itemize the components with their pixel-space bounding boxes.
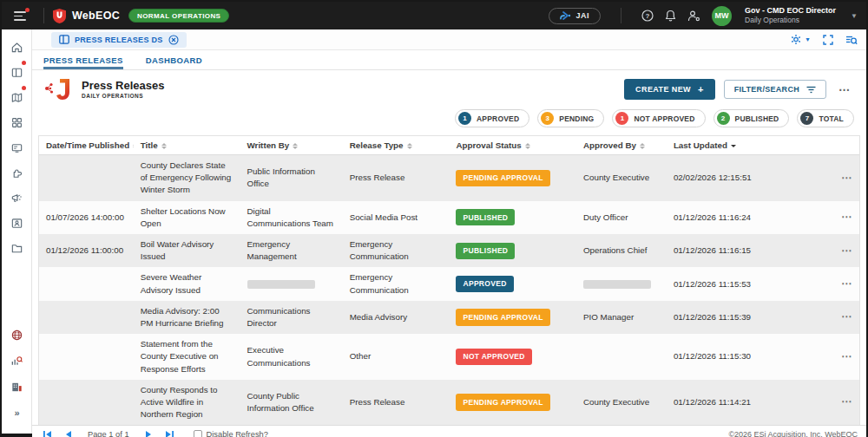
table-row[interactable]: County Responds to Active Wildfire in No…: [39, 380, 859, 426]
summary-badge-approved[interactable]: 1APPROVED: [455, 109, 529, 127]
sidebar-item-apps[interactable]: [7, 113, 26, 132]
menu-toggle-icon[interactable]: [14, 10, 30, 22]
sidebar-item-maps[interactable]: [7, 88, 26, 107]
summary-badge-total[interactable]: 7TOTAL: [797, 109, 854, 127]
sidebar-item-plugins[interactable]: [7, 163, 26, 182]
notifications-bell-icon[interactable]: [665, 10, 676, 22]
cell-approval-status: PUBLISHED: [449, 234, 575, 267]
user-settings-icon[interactable]: [687, 10, 700, 22]
page-title: Press Releases: [82, 80, 164, 93]
table-row[interactable]: 01/12/2026 11:00:00Boil Water Advisory I…: [39, 234, 859, 267]
row-more-button[interactable]: ⋯: [833, 395, 852, 409]
jai-button[interactable]: JAI: [549, 8, 602, 24]
redacted-value: [247, 280, 315, 289]
badge-count: 1: [615, 112, 628, 125]
sidebar-item-agency[interactable]: [7, 377, 26, 396]
user-avatar[interactable]: MW: [712, 6, 732, 26]
table-row[interactable]: 01/07/2026 14:00:00Shelter Locations Now…: [39, 201, 859, 234]
cell-last-updated: 02/02/2026 12:15:51: [667, 155, 826, 201]
table-row[interactable]: Statement from the County Executive on R…: [39, 334, 859, 380]
sidebar-item-broadcast[interactable]: [7, 188, 26, 207]
user-menu-caret-icon[interactable]: ▼: [851, 12, 858, 20]
cell-title: Boil Water Advisory Issued: [134, 234, 240, 267]
row-more-button[interactable]: ⋯: [833, 210, 852, 225]
row-more-button[interactable]: ⋯: [833, 171, 852, 186]
more-options-button[interactable]: ⋯: [835, 83, 854, 96]
cell-actions: ⋯: [826, 334, 859, 380]
cell-written-by: Public Information Office: [240, 155, 343, 201]
cell-actions: ⋯: [826, 380, 859, 426]
cell-date-published: 01/12/2026 11:00:00: [39, 234, 134, 267]
table-row[interactable]: Severe Weather Advisory IssuedEmergency …: [39, 267, 859, 300]
board-icon: [59, 35, 69, 44]
sidebar-item-report-analytics[interactable]: [7, 351, 26, 370]
help-icon[interactable]: ?: [641, 10, 654, 22]
cell-approved-by: PIO Manager: [576, 301, 667, 334]
close-icon[interactable]: [168, 35, 179, 45]
col-header-release-type[interactable]: Release Type: [343, 136, 450, 155]
cell-date-published: [39, 155, 134, 201]
board-settings-icon[interactable]: ▼: [790, 34, 811, 45]
cell-date-published: [39, 380, 134, 426]
cell-approved-by: County Executive: [576, 380, 667, 426]
sidebar-expand-icon[interactable]: »: [7, 403, 26, 422]
cell-written-by: Executive Communications: [240, 334, 343, 380]
summary-badge-published[interactable]: 2PUBLISHED: [713, 109, 790, 127]
tab-dashboard[interactable]: DASHBOARD: [146, 50, 202, 69]
cell-title: Media Advisory: 2:00 PM Hurricane Briefi…: [134, 301, 240, 334]
sort-icon: [407, 143, 412, 150]
cell-title: County Declares State of Emergency Follo…: [134, 155, 240, 201]
sidebar-item-files[interactable]: [7, 238, 26, 258]
cell-approved-by: Operations Chief: [576, 234, 667, 267]
badge-label: TOTAL: [819, 114, 844, 123]
row-more-button[interactable]: ⋯: [833, 244, 852, 258]
sidebar-item-home[interactable]: [7, 37, 26, 56]
create-new-button[interactable]: CREATE NEW +: [624, 79, 715, 100]
board-tab-press-releases-ds[interactable]: PRESS RELEASES DS: [51, 32, 187, 48]
col-header-title[interactable]: Title: [134, 136, 240, 155]
badge-label: APPROVED: [477, 114, 519, 123]
badge-label: PUBLISHED: [735, 114, 779, 123]
col-header-date[interactable]: Date/Time Published: [39, 136, 134, 155]
first-page-button[interactable]: [43, 430, 52, 437]
status-badge: APPROVED: [456, 276, 513, 292]
filter-search-button[interactable]: FILTER/SEARCH: [724, 80, 826, 99]
previous-page-button[interactable]: [64, 430, 72, 437]
disable-refresh-control[interactable]: Disable Refresh?: [194, 430, 268, 437]
sidebar-item-mapper[interactable]: [7, 325, 26, 344]
row-more-button[interactable]: ⋯: [833, 349, 852, 364]
summary-badge-not-approved[interactable]: 1NOT APPROVED: [612, 109, 705, 127]
fullscreen-icon[interactable]: [823, 35, 833, 45]
last-page-button[interactable]: [165, 430, 174, 437]
sidebar-item-display[interactable]: [7, 138, 26, 157]
notification-dot: [22, 61, 26, 65]
badge-count: 3: [541, 112, 554, 125]
table-row[interactable]: Media Advisory: 2:00 PM Hurricane Briefi…: [39, 301, 859, 334]
col-header-written-by[interactable]: Written By: [240, 136, 343, 155]
table-row[interactable]: County Declares State of Emergency Follo…: [39, 155, 859, 201]
app-title: WebEOC: [72, 10, 120, 22]
cell-title: Shelter Locations Now Open: [134, 201, 240, 234]
summary-badges: 1APPROVED3PENDING1NOT APPROVED2PUBLISHED…: [32, 107, 866, 135]
col-header-actions: [826, 136, 859, 155]
webeoc-logo-icon: [53, 9, 66, 23]
search-records-icon[interactable]: [845, 35, 858, 45]
col-header-last-updated[interactable]: Last Updated: [667, 136, 826, 155]
col-header-approved-by[interactable]: Approved By: [576, 136, 667, 155]
row-more-button[interactable]: ⋯: [833, 310, 852, 324]
page-header: Press Releases DAILY OPERATIONS CREATE N…: [32, 70, 866, 107]
disable-refresh-checkbox[interactable]: [194, 430, 202, 437]
col-header-approval-status[interactable]: Approval Status: [449, 136, 575, 155]
summary-badge-pending[interactable]: 3PENDING: [537, 109, 604, 127]
cell-written-by: Communications Director: [240, 301, 343, 334]
cell-date-published: [39, 267, 134, 300]
tab-press-releases[interactable]: PRESS RELEASES: [43, 50, 123, 69]
board-tab-label: PRESS RELEASES DS: [75, 36, 163, 44]
next-page-button[interactable]: [145, 430, 153, 437]
sidebar-item-contacts[interactable]: [7, 213, 26, 232]
cell-written-by: Digital Communications Team: [240, 201, 343, 234]
disable-refresh-label: Disable Refresh?: [207, 430, 268, 437]
sort-desc-icon: [731, 145, 736, 147]
row-more-button[interactable]: ⋯: [833, 277, 852, 291]
sidebar-item-boards[interactable]: [7, 62, 26, 82]
